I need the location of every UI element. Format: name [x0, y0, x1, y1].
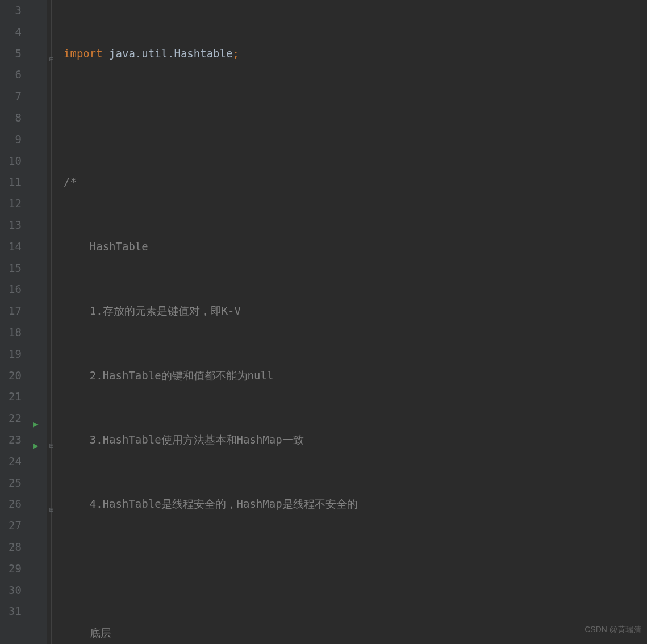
code-line: [64, 107, 647, 129]
line-number: 11: [0, 172, 22, 193]
code-line: /*: [64, 172, 647, 193]
line-number: 7: [0, 86, 22, 107]
code-editor[interactable]: 3456789101112131415161718192021222324252…: [0, 0, 647, 644]
line-number: 20: [0, 365, 22, 387]
line-number: 10: [0, 150, 22, 172]
run-icon[interactable]: ▶: [33, 435, 39, 457]
fold-open-icon[interactable]: ⊟: [48, 49, 56, 70]
code-line: 1.存放的元素是键值对，即K-V: [64, 300, 647, 322]
line-number: 15: [0, 258, 22, 279]
code-line: 2.HashTable的键和值都不能为null: [64, 365, 647, 387]
line-number-gutter: 3456789101112131415161718192021222324252…: [0, 0, 30, 644]
code-line: [64, 558, 647, 580]
line-number: 8: [0, 107, 22, 129]
fold-close-icon[interactable]: ⌞: [48, 371, 56, 392]
code-line: 4.HashTable是线程安全的，HashMap是线程不安全的: [64, 494, 647, 515]
line-number: 5: [0, 43, 22, 65]
fold-open-icon[interactable]: ⊟: [48, 435, 56, 457]
line-number: 30: [0, 580, 22, 601]
run-icon[interactable]: ▶: [33, 413, 39, 435]
line-number: 6: [0, 64, 22, 86]
line-number: 3: [0, 0, 22, 22]
line-number: 24: [0, 451, 22, 472]
line-number: 29: [0, 558, 22, 580]
line-number: 9: [0, 129, 22, 150]
line-number: 27: [0, 515, 22, 537]
fold-gutter: ⊟⊟⊟⌞⌞⌞: [47, 0, 57, 644]
line-number: 22: [0, 408, 22, 429]
fold-close-icon[interactable]: ⌞: [48, 607, 56, 628]
fold-open-icon[interactable]: ⊟: [48, 499, 56, 521]
fold-close-icon[interactable]: ⌞: [48, 521, 56, 542]
code-line: HashTable: [64, 236, 647, 258]
line-number: 16: [0, 279, 22, 300]
line-number: 28: [0, 537, 22, 558]
line-number: 13: [0, 215, 22, 236]
line-number: 26: [0, 494, 22, 515]
line-number: 21: [0, 386, 22, 408]
code-line: 3.HashTable使用方法基本和HashMap一致: [64, 429, 647, 451]
code-line: 底层: [64, 622, 647, 644]
line-number: 14: [0, 236, 22, 258]
line-number: 25: [0, 472, 22, 494]
code-line: import java.util.Hashtable;: [64, 43, 647, 65]
line-number: 17: [0, 300, 22, 322]
marker-gutter: ▶▶: [30, 0, 47, 644]
line-number: 18: [0, 322, 22, 344]
line-number: 31: [0, 601, 22, 622]
line-number: 23: [0, 429, 22, 451]
line-number: 19: [0, 344, 22, 365]
line-number: 12: [0, 193, 22, 215]
watermark: CSDN @黄瑞清: [585, 619, 641, 641]
code-area[interactable]: import java.util.Hashtable; /* HashTable…: [57, 0, 647, 644]
line-number: 4: [0, 22, 22, 43]
